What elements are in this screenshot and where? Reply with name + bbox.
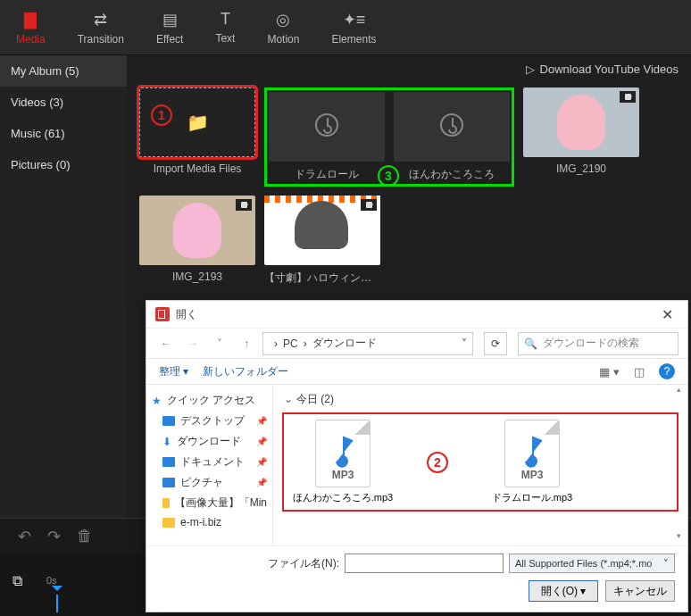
- close-button[interactable]: ✕: [656, 304, 679, 325]
- search-placeholder: ダウンロードの検索: [543, 336, 639, 351]
- tab-text[interactable]: T Text: [199, 0, 251, 54]
- video-thumb[interactable]: [264, 196, 380, 265]
- path-pc[interactable]: PC: [283, 337, 298, 350]
- sidebar-item-videos[interactable]: Videos (3): [0, 87, 127, 118]
- music-thumb[interactable]: [394, 92, 510, 162]
- add-track-button[interactable]: ⧉: [12, 573, 22, 589]
- organize-menu[interactable]: 整理 ▾: [159, 364, 188, 379]
- dialog-title: 開く: [176, 307, 197, 322]
- music-note-icon: [437, 110, 467, 144]
- file-item-1[interactable]: MP3 ほんわかころころ.mp3: [289, 420, 396, 504]
- app-icon: [155, 307, 170, 321]
- card-caption: 【寸劇】ハロウィンでちー…: [264, 271, 380, 286]
- help-button[interactable]: ?: [659, 363, 675, 379]
- tree-quickaccess[interactable]: ★クイック アクセス: [146, 390, 272, 411]
- annotation-2: 2: [427, 452, 448, 473]
- folder-icon: [162, 498, 170, 508]
- import-thumb[interactable]: 1 📁: [139, 87, 255, 157]
- tree-pictures[interactable]: ピクチャ📌: [146, 472, 272, 493]
- path-folder[interactable]: ダウンロード: [312, 336, 377, 351]
- tab-motion[interactable]: ◎ Motion: [251, 0, 315, 54]
- card-import[interactable]: 1 📁 Import Media Files: [139, 87, 255, 187]
- elements-icon: ✦≡: [343, 10, 366, 29]
- view-mode-button[interactable]: ▦ ▾: [599, 365, 620, 379]
- folder-icon: ▇: [24, 10, 37, 29]
- forward-button[interactable]: →: [182, 333, 204, 354]
- newfolder-button[interactable]: 新しいフォルダー: [203, 364, 288, 379]
- tree-folder-1[interactable]: 【画像大量】「Min: [146, 493, 272, 513]
- tab-label: Elements: [331, 33, 376, 46]
- document-icon: [162, 457, 175, 467]
- scroll-down-icon[interactable]: ▾: [671, 531, 686, 545]
- tree-downloads[interactable]: ⬇ダウンロード📌: [146, 431, 272, 452]
- scroll-up-icon[interactable]: ▴: [671, 385, 686, 399]
- tree-desktop[interactable]: デスクトップ📌: [146, 411, 272, 431]
- search-input[interactable]: 🔍 ダウンロードの検索: [518, 332, 679, 355]
- download-icon: ⬇: [162, 436, 171, 448]
- search-icon: 🔍: [524, 337, 537, 350]
- filetype-select[interactable]: All Supported Files (*.mp4;*.mo ˅: [509, 554, 675, 573]
- card-caption: ドラムロール: [269, 167, 385, 182]
- open-button[interactable]: 開く(O) ▾: [529, 580, 598, 602]
- mp3-badge: MP3: [332, 469, 354, 481]
- back-button[interactable]: ←: [155, 333, 177, 354]
- tree-folder-2[interactable]: e-m-i.biz: [146, 513, 272, 531]
- file-open-dialog: 開く ✕ ← → ˅ ↑ › PC › ダウンロード ˅ ⟳ 🔍 ダウンロードの…: [146, 300, 688, 612]
- tab-effect[interactable]: ▤ Effect: [140, 0, 199, 54]
- playhead-line[interactable]: [56, 595, 58, 612]
- camera-icon: [361, 199, 377, 211]
- file-list: ⌄今日 (2) MP3 ほんわかころころ.mp3 2 MP3 ドラムロール.mp…: [273, 385, 687, 545]
- delete-button[interactable]: 🗑: [77, 527, 93, 545]
- card-video-1[interactable]: IMG_2190: [523, 87, 639, 187]
- pin-icon: 📌: [256, 457, 267, 467]
- annotation-box-2: MP3 ほんわかころころ.mp3 2 MP3 ドラムロール.mp3: [284, 414, 677, 510]
- scrollbar[interactable]: ▴ ▾: [671, 385, 686, 545]
- music-thumb[interactable]: [269, 92, 385, 162]
- card-caption: ほんわかころころ: [394, 167, 510, 182]
- filename-label: ファイル名(N):: [268, 556, 339, 571]
- card-music-1[interactable]: ドラムロール: [269, 92, 385, 182]
- tab-media[interactable]: ▇ Media: [0, 0, 62, 54]
- top-tabbar: ▇ Media ⇄ Transition ▤ Effect T Text ◎ M…: [0, 0, 691, 55]
- group-today[interactable]: ⌄今日 (2): [284, 392, 677, 407]
- music-note-icon: [312, 110, 342, 144]
- card-music-2[interactable]: ほんわかころころ 3: [394, 92, 510, 182]
- breadcrumb[interactable]: › PC › ダウンロード ˅: [262, 332, 473, 355]
- folder-plus-icon: 📁: [187, 112, 209, 133]
- nav-tree: ★クイック アクセス デスクトップ📌 ⬇ダウンロード📌 ドキュメント📌 ピクチャ…: [146, 385, 273, 545]
- pin-icon: 📌: [256, 478, 267, 487]
- text-icon: T: [221, 10, 230, 29]
- pin-icon: 📌: [256, 437, 267, 446]
- card-video-3[interactable]: 【寸劇】ハロウィンでちー…: [264, 196, 380, 286]
- chevron-down-icon: ˅: [663, 558, 669, 570]
- filename-input[interactable]: [345, 554, 504, 573]
- sidebar-item-myalbum[interactable]: My Album (5): [0, 55, 127, 87]
- pin-icon: 📌: [256, 416, 267, 426]
- tree-documents[interactable]: ドキュメント📌: [146, 452, 272, 472]
- recent-dropdown[interactable]: ˅: [209, 333, 230, 354]
- video-thumb[interactable]: [139, 196, 255, 265]
- cancel-button[interactable]: キャンセル: [605, 580, 675, 602]
- sidebar-item-music[interactable]: Music (61): [0, 118, 127, 149]
- undo-button[interactable]: ↶: [18, 527, 31, 546]
- desktop-icon: [162, 416, 175, 426]
- sidebar-item-pictures[interactable]: Pictures (0): [0, 149, 127, 180]
- file-item-2[interactable]: MP3 ドラムロール.mp3: [479, 420, 586, 504]
- file-name: ドラムロール.mp3: [492, 491, 572, 504]
- tab-elements[interactable]: ✦≡ Elements: [315, 0, 392, 54]
- path-dropdown-icon[interactable]: ˅: [462, 337, 467, 350]
- preview-pane-button[interactable]: ◫: [634, 365, 645, 379]
- video-thumb[interactable]: [523, 87, 639, 157]
- up-button[interactable]: ↑: [236, 333, 257, 354]
- tab-label: Effect: [156, 33, 183, 46]
- card-video-2[interactable]: IMG_2193: [139, 196, 255, 286]
- refresh-button[interactable]: ⟳: [484, 332, 507, 355]
- timecode-zero: 0s: [46, 575, 57, 586]
- tab-label: Media: [16, 33, 46, 46]
- download-link[interactable]: Download YouTube Videos: [540, 62, 679, 76]
- transition-icon: ⇄: [94, 10, 107, 29]
- tab-transition[interactable]: ⇄ Transition: [62, 0, 140, 54]
- tab-label: Text: [215, 32, 235, 45]
- redo-button[interactable]: ↷: [47, 527, 61, 546]
- file-name: ほんわかころころ.mp3: [293, 491, 393, 504]
